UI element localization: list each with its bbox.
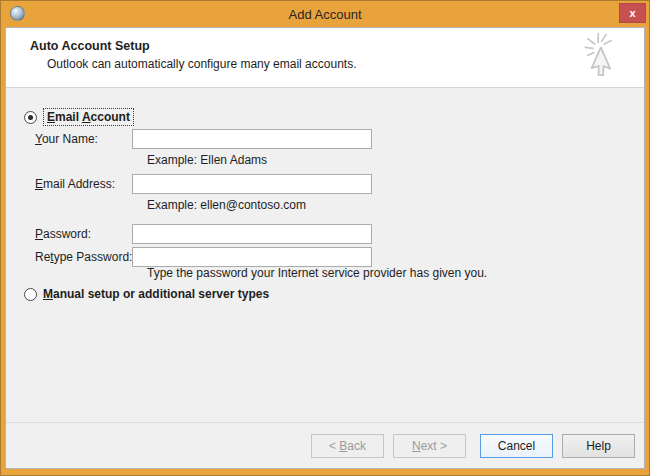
auto-setup-cursor-icon — [580, 29, 632, 85]
form-area: Email Account Your Name: Example: Ellen … — [6, 88, 644, 422]
page-title: Auto Account Setup — [30, 39, 150, 53]
cancel-button[interactable]: Cancel — [480, 434, 553, 458]
help-button[interactable]: Help — [562, 434, 635, 458]
radio-email-account[interactable]: Email Account — [24, 108, 134, 126]
retype-password-input[interactable] — [132, 247, 372, 267]
window-title: Add Account — [1, 7, 649, 22]
your-name-input[interactable] — [132, 129, 372, 149]
titlebar: Add Account x — [1, 1, 649, 27]
close-button[interactable]: x — [619, 3, 646, 23]
dialog-body: Auto Account Setup Outlook can automatic… — [5, 27, 645, 469]
radio-unselected-icon[interactable] — [24, 288, 37, 301]
radio-manual-setup-label: Manual setup or additional server types — [43, 287, 269, 301]
email-address-input[interactable] — [132, 174, 372, 194]
button-bar: < Back Next > Cancel Help — [6, 422, 644, 468]
close-icon: x — [629, 8, 635, 19]
password-label: Password: — [35, 227, 91, 241]
back-button: < Back — [311, 434, 384, 458]
your-name-label: Your Name: — [35, 132, 98, 146]
email-address-example: Example: ellen@contoso.com — [147, 198, 306, 212]
email-address-label: Email Address: — [35, 177, 115, 191]
dialog-header: Auto Account Setup Outlook can automatic… — [6, 28, 644, 88]
retype-password-label: Retype Password: — [35, 250, 132, 264]
your-name-example: Example: Ellen Adams — [147, 153, 267, 167]
app-icon — [10, 6, 25, 21]
page-subtitle: Outlook can automatically configure many… — [47, 57, 357, 71]
password-input[interactable] — [132, 224, 372, 244]
radio-manual-setup[interactable]: Manual setup or additional server types — [24, 287, 269, 301]
add-account-dialog: Add Account x Auto Account Setup Outlook… — [0, 0, 650, 476]
radio-email-account-label: Email Account — [43, 108, 134, 126]
next-button: Next > — [393, 434, 466, 458]
password-hint: Type the password your Internet service … — [147, 266, 487, 280]
radio-selected-icon[interactable] — [24, 111, 37, 124]
